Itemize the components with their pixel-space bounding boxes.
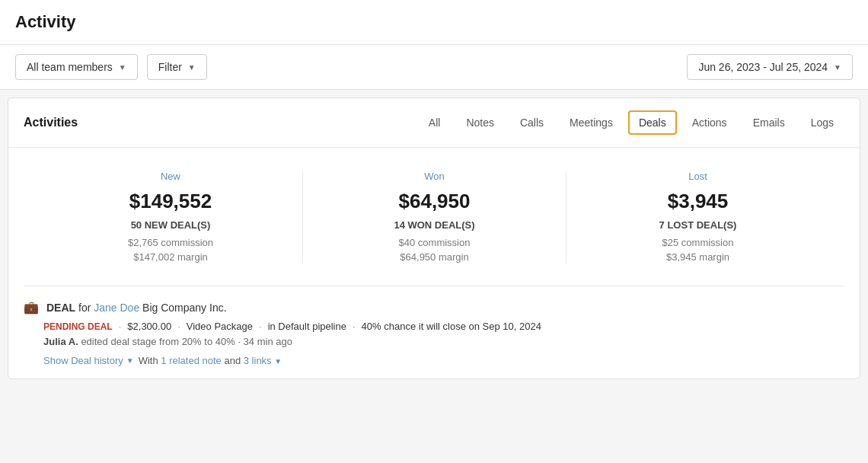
stat-lost-margin: $3,945 margin: [582, 251, 814, 263]
filter-chevron: ▼: [188, 63, 196, 72]
with-text: With 1 related note and 3 links ▼: [139, 355, 282, 366]
deal-person[interactable]: Jane Doe: [94, 302, 139, 314]
deal-status-line: PENDING DEAL · $2,300.00 · Video Package…: [43, 321, 844, 332]
tab-logs[interactable]: Logs: [800, 110, 844, 135]
with-label: With: [139, 355, 158, 366]
filter-dropdown[interactable]: Filter ▼: [147, 54, 207, 80]
tab-emails[interactable]: Emails: [742, 110, 796, 135]
stat-new-commission: $2,765 commission: [54, 237, 287, 248]
footer-chevron-icon: ▼: [274, 357, 282, 366]
tab-calls[interactable]: Calls: [509, 110, 554, 135]
dot-4: ·: [353, 321, 356, 332]
stat-new-margin: $147,002 margin: [54, 251, 287, 263]
deal-for-text: for: [78, 302, 94, 314]
show-deal-history-button[interactable]: Show Deal history ▼: [43, 355, 134, 366]
stat-new-amount: $149,552: [54, 190, 287, 213]
main-content: Activities All Notes Calls Meetings Deal…: [8, 97, 860, 379]
briefcase-icon: 💼: [24, 300, 39, 315]
related-note-count[interactable]: 1 related note: [161, 355, 222, 366]
deal-edit-time: 34 min ago: [244, 336, 292, 347]
stat-lost-label: Lost: [582, 171, 814, 182]
stat-lost-deals: 7 LOST DEAL(S): [582, 219, 814, 231]
deal-item: 💼 DEAL for Jane Doe Big Company Inc. PEN…: [8, 286, 860, 378]
related-links-count[interactable]: 3 links: [244, 355, 272, 366]
stat-lost-commission: $25 commission: [582, 237, 814, 248]
activities-title: Activities: [24, 116, 78, 129]
deal-details: PENDING DEAL · $2,300.00 · Video Package…: [43, 321, 844, 347]
deal-header: 💼 DEAL for Jane Doe Big Company Inc.: [24, 300, 844, 315]
deal-keyword: DEAL: [46, 302, 75, 314]
stat-new-deals: 50 NEW DEAL(S): [54, 219, 287, 231]
page-header: Activity: [0, 0, 868, 45]
stat-won-label: Won: [318, 171, 550, 182]
filter-label: Filter: [158, 61, 182, 73]
stat-won-commission: $40 commission: [318, 237, 550, 248]
tab-all[interactable]: All: [418, 110, 452, 135]
stat-lost-amount: $3,945: [582, 190, 814, 213]
pending-badge: PENDING DEAL: [43, 321, 113, 332]
stats-section: New $149,552 50 NEW DEAL(S) $2,765 commi…: [8, 148, 860, 286]
deal-title-line: DEAL for Jane Doe Big Company Inc.: [46, 302, 227, 314]
tab-meetings[interactable]: Meetings: [559, 110, 624, 135]
dot-3: ·: [259, 321, 262, 332]
date-range-label: Jun 26, 2023 - Jul 25, 2024: [698, 61, 828, 73]
tabs-container: All Notes Calls Meetings Deals Actions E…: [418, 110, 844, 135]
stat-new-label: New: [54, 171, 287, 182]
deal-edit-line: Julia A. edited deal stage from 20% to 4…: [43, 336, 844, 347]
page-title: Activity: [15, 12, 853, 32]
deal-edit-dot: ·: [238, 336, 243, 347]
activities-header: Activities All Notes Calls Meetings Deal…: [8, 98, 860, 148]
filter-bar: All team members ▼ Filter ▼ Jun 26, 2023…: [0, 45, 868, 90]
history-chevron-icon: ▼: [126, 356, 134, 365]
filter-left: All team members ▼ Filter ▼: [15, 54, 207, 80]
tab-deals[interactable]: Deals: [628, 110, 677, 135]
team-members-label: All team members: [27, 61, 113, 73]
tab-actions[interactable]: Actions: [681, 110, 738, 135]
team-members-dropdown[interactable]: All team members ▼: [15, 54, 138, 80]
date-range-chevron: ▼: [834, 63, 841, 72]
stat-lost: Lost $3,945 7 LOST DEAL(S) $25 commissio…: [566, 171, 829, 263]
date-range-dropdown[interactable]: Jun 26, 2023 - Jul 25, 2024 ▼: [687, 54, 853, 80]
team-members-chevron: ▼: [119, 63, 126, 72]
stat-won-amount: $64,950: [318, 190, 550, 213]
deal-amount: $2,300.00: [127, 321, 171, 332]
dot-2: ·: [177, 321, 180, 332]
deal-editor: Julia A.: [43, 336, 78, 347]
dot-1: ·: [119, 321, 122, 332]
tab-notes[interactable]: Notes: [455, 110, 505, 135]
deal-product: Video Package: [187, 321, 253, 332]
show-history-label: Show Deal history: [43, 355, 123, 366]
deal-pipeline: in Default pipeline: [268, 321, 346, 332]
deal-company: Big Company Inc.: [142, 302, 227, 314]
stat-won-deals: 14 WON DEAL(S): [318, 219, 550, 231]
deal-close: 40% chance it will close on Sep 10, 2024: [362, 321, 541, 332]
stat-won: Won $64,950 14 WON DEAL(S) $40 commissio…: [302, 171, 566, 263]
deal-footer: Show Deal history ▼ With 1 related note …: [43, 355, 844, 366]
stat-new: New $149,552 50 NEW DEAL(S) $2,765 commi…: [39, 171, 302, 263]
stat-won-margin: $64,950 margin: [318, 251, 550, 263]
deal-edit-action: edited deal stage from 20% to 40%: [81, 336, 235, 347]
and-text: and: [224, 355, 243, 366]
